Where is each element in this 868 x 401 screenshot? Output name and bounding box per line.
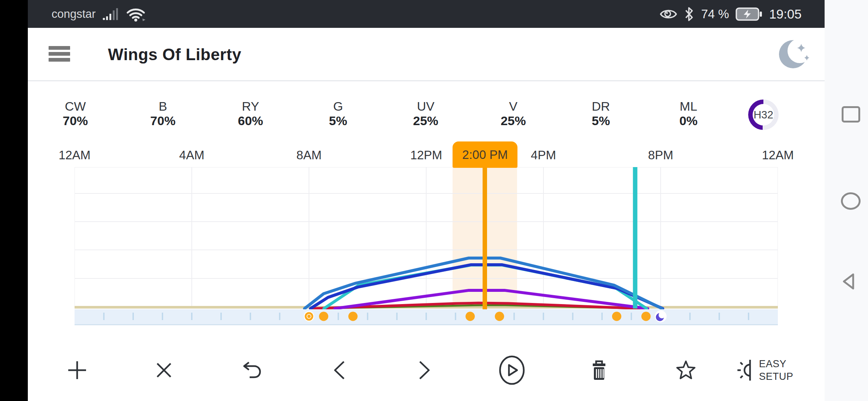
time-label-12pm: 12PM bbox=[410, 148, 442, 162]
play-circle-icon bbox=[499, 355, 525, 385]
channel-name: B bbox=[126, 99, 200, 114]
header-divider bbox=[28, 80, 825, 81]
channel-name: V bbox=[476, 99, 550, 114]
plus-icon bbox=[66, 359, 88, 381]
time-label-8am: 8AM bbox=[296, 148, 322, 162]
easy-setup-button[interactable] bbox=[728, 353, 761, 387]
channel-name: DR bbox=[564, 99, 638, 114]
menu-button[interactable] bbox=[44, 42, 75, 66]
schedule-dot[interactable] bbox=[466, 312, 475, 321]
schedule-dot[interactable] bbox=[495, 312, 504, 321]
status-bar: congstar bbox=[28, 0, 825, 28]
bluetooth-icon bbox=[684, 6, 694, 23]
home-button[interactable] bbox=[841, 192, 861, 210]
android-nav-bar bbox=[825, 0, 868, 401]
recents-button[interactable] bbox=[842, 106, 860, 123]
time-cursor-badge[interactable]: 2:00 PM bbox=[453, 141, 517, 168]
undo-icon bbox=[241, 361, 262, 380]
play-button[interactable] bbox=[495, 353, 529, 387]
close-icon bbox=[155, 361, 173, 379]
time-label-12am: 12AM bbox=[762, 148, 794, 162]
undo-button[interactable] bbox=[235, 353, 268, 387]
channel-CW[interactable]: CW70% bbox=[38, 99, 112, 128]
channel-name: UV bbox=[389, 99, 463, 114]
clock-label: 19:05 bbox=[769, 7, 802, 22]
channel-G[interactable]: G5% bbox=[301, 99, 375, 128]
schedule-dot-ring-core bbox=[308, 315, 311, 318]
signal-bars-icon bbox=[102, 7, 119, 21]
channel-name: CW bbox=[38, 99, 112, 114]
controller-progress-ring[interactable]: H32 bbox=[748, 100, 779, 130]
channel-RY[interactable]: RY60% bbox=[213, 99, 287, 128]
channel-value: 0% bbox=[651, 114, 726, 128]
time-cursor-line[interactable] bbox=[483, 167, 487, 314]
time-label-8pm: 8PM bbox=[648, 148, 673, 162]
carrier-label: congstar bbox=[52, 7, 96, 21]
channel-value: 70% bbox=[38, 114, 112, 128]
add-button[interactable] bbox=[60, 353, 94, 387]
controller-badge: H32 bbox=[753, 104, 774, 125]
time-label-4pm: 4PM bbox=[531, 148, 556, 162]
triangle-left-icon bbox=[839, 271, 860, 292]
back-button[interactable] bbox=[839, 271, 860, 292]
moon-marker-crescent-cut bbox=[659, 312, 665, 319]
night-mode-button[interactable] bbox=[776, 36, 813, 74]
channel-name: G bbox=[301, 99, 375, 114]
channel-value: 70% bbox=[126, 114, 200, 128]
page-title: Wings Of Liberty bbox=[108, 45, 241, 64]
trash-icon bbox=[588, 359, 610, 381]
channel-value: 5% bbox=[564, 114, 638, 128]
channel-value: 25% bbox=[389, 114, 463, 128]
channel-value: 5% bbox=[301, 114, 375, 128]
channel-value: 25% bbox=[476, 114, 550, 128]
channel-V[interactable]: V25% bbox=[476, 99, 550, 128]
channel-ML[interactable]: ML0% bbox=[651, 99, 726, 128]
battery-charging-icon bbox=[736, 7, 762, 21]
chevron-left-icon bbox=[332, 360, 346, 381]
hour-strip-border bbox=[75, 324, 778, 325]
schedule-dot[interactable] bbox=[641, 312, 651, 321]
screen: congstar bbox=[0, 0, 868, 401]
schedule-dot[interactable] bbox=[319, 312, 328, 321]
wifi-icon bbox=[126, 6, 147, 22]
delete-button[interactable] bbox=[582, 353, 616, 387]
schedule-dot[interactable] bbox=[348, 312, 358, 321]
close-button[interactable] bbox=[147, 353, 181, 387]
channel-B[interactable]: B70% bbox=[126, 99, 200, 128]
teal-event-line bbox=[633, 167, 637, 309]
eye-comfort-icon bbox=[660, 8, 677, 20]
channel-DR[interactable]: DR5% bbox=[564, 99, 638, 128]
star-icon bbox=[675, 360, 697, 381]
chevron-right-icon bbox=[417, 360, 432, 381]
time-label-4am: 4AM bbox=[179, 148, 204, 162]
channel-UV[interactable]: UV25% bbox=[389, 99, 463, 128]
hamburger-icon bbox=[49, 46, 70, 50]
easy-setup-icon bbox=[733, 359, 756, 382]
schedule-chart bbox=[75, 167, 778, 326]
battery-percent: 74 % bbox=[701, 7, 729, 21]
camera-notch-bar bbox=[0, 0, 28, 401]
next-button[interactable] bbox=[408, 353, 441, 387]
favorite-button[interactable] bbox=[669, 353, 703, 387]
easy-setup-label: EASY SETUP bbox=[759, 358, 793, 383]
schedule-dot[interactable] bbox=[612, 312, 621, 321]
moon-stars-icon bbox=[776, 36, 813, 74]
previous-button[interactable] bbox=[322, 353, 356, 387]
channel-name: RY bbox=[213, 99, 287, 114]
time-label-12am: 12AM bbox=[59, 148, 91, 162]
channel-value: 60% bbox=[213, 114, 287, 128]
channel-name: ML bbox=[651, 99, 726, 114]
